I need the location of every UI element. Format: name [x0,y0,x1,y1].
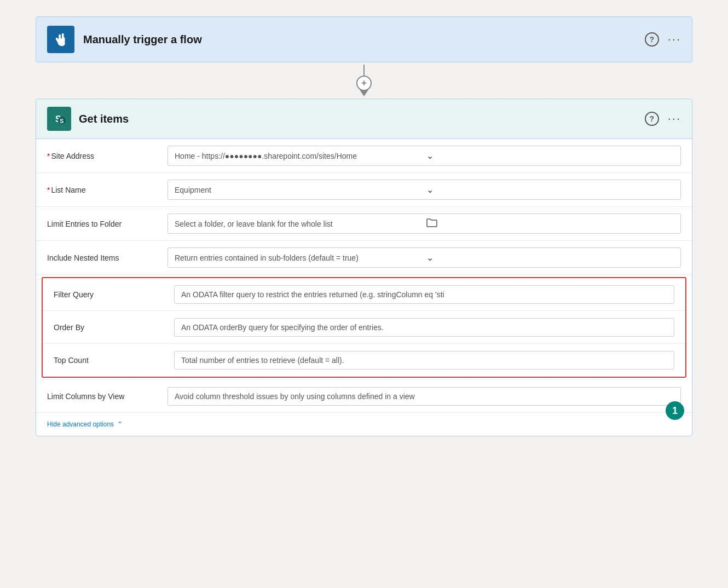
trigger-card: Manually trigger a flow ? ··· [36,16,692,62]
include-nested-input[interactable]: Return entries contained in sub-folders … [167,247,681,268]
filter-query-row: Filter Query An ODATA filter query to re… [43,278,685,311]
trigger-actions: ? ··· [645,32,681,47]
order-by-label: Order By [54,323,174,332]
limit-entries-input[interactable]: Select a folder, or leave blank for the … [167,214,681,234]
action-help-button[interactable]: ? [645,112,659,126]
filter-query-label: Filter Query [54,290,174,299]
list-name-input[interactable]: Equipment ⌄ [167,180,681,200]
connector-arrow [360,90,368,96]
add-step-button[interactable]: + [356,76,372,91]
include-nested-label: Include Nested Items [47,253,167,262]
action-header: S S Get items ? ··· [36,99,692,139]
filter-query-input[interactable]: An ODATA filter query to restrict the en… [174,285,674,304]
top-count-row: Top Count Total number of entries to ret… [43,344,685,377]
trigger-icon-box [47,26,74,53]
limit-entries-row: Limit Entries to Folder Select a folder,… [36,207,692,241]
hide-advanced-link[interactable]: Hide advanced options ⌃ [36,413,692,436]
folder-icon [426,218,674,229]
action-icon-box: S S [47,107,71,131]
limit-columns-label: Limit Columns by View [47,392,167,401]
chevron-down-icon: ⌄ [426,151,674,161]
connector: + [356,62,372,99]
trigger-title: Manually trigger a flow [83,33,645,46]
trigger-more-button[interactable]: ··· [668,32,681,47]
advanced-link-text: Hide advanced options [47,420,114,428]
list-name-row: *List Name Equipment ⌄ [36,173,692,207]
order-by-input[interactable]: An ODATA orderBy query for specifying th… [174,318,674,337]
step-badge: 1 [666,401,684,420]
action-header-actions: ? ··· [645,112,681,126]
order-by-row: Order By An ODATA orderBy query for spec… [43,311,685,344]
limit-entries-label: Limit Entries to Folder [47,220,167,228]
action-title: Get items [79,113,645,125]
required-asterisk: * [47,152,50,160]
limit-columns-input[interactable]: Avoid column threshold issues by only us… [167,387,681,406]
action-card: S S Get items ? ··· *Site Address Home -… [36,99,692,436]
flow-container: Manually trigger a flow ? ··· + S S Get … [36,16,692,436]
top-count-input[interactable]: Total number of entries to retrieve (def… [174,351,674,370]
svg-text:S: S [60,118,63,124]
highlighted-section: Filter Query An ODATA filter query to re… [42,277,686,378]
chevron-down-icon-2: ⌄ [426,185,674,195]
limit-columns-row: Limit Columns by View Avoid column thres… [36,380,692,413]
connector-line [363,65,365,76]
include-nested-row: Include Nested Items Return entries cont… [36,241,692,275]
sharepoint-icon: S S [51,111,67,126]
trigger-hand-icon [53,31,69,48]
site-address-row: *Site Address Home - https://●●●●●●●●.sh… [36,139,692,173]
chevron-up-icon: ⌃ [117,420,123,428]
chevron-down-icon-3: ⌄ [426,252,674,263]
required-asterisk-2: * [47,186,50,194]
site-address-label: *Site Address [47,152,167,160]
top-count-label: Top Count [54,356,174,365]
site-address-input[interactable]: Home - https://●●●●●●●●.sharepoint.com/s… [167,146,681,166]
action-more-button[interactable]: ··· [668,112,681,126]
list-name-label: *List Name [47,186,167,194]
form-body: *Site Address Home - https://●●●●●●●●.sh… [36,139,692,436]
help-button[interactable]: ? [645,32,659,47]
